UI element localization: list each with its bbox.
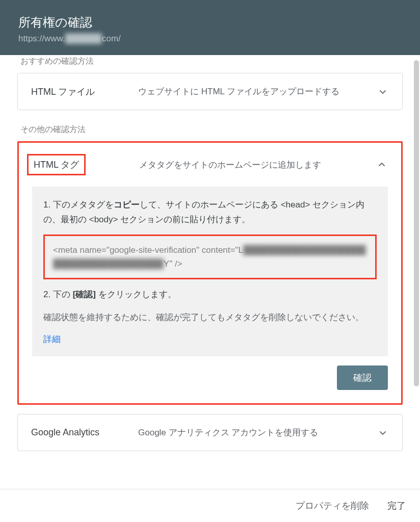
chevron-down-icon — [377, 427, 389, 439]
confirm-button-wrap: 確認 — [19, 356, 401, 390]
section-recommended-label: おすすめの確認方法 — [20, 56, 400, 67]
section-other-label: その他の確認方法 — [20, 124, 400, 135]
method-html-tag-expanded: 1. 下のメタタグをコピーして、サイトのホームページにある <head> セクシ… — [32, 187, 388, 356]
modal-footer: プロパティを削除 完了 — [0, 489, 420, 522]
done-button[interactable]: 完了 — [387, 500, 406, 512]
step-2: 2. 下の [確認] をクリックします。 — [43, 288, 377, 302]
modal-header: 所有権の確認 https://www.██████com/ — [0, 0, 420, 55]
retention-note: 確認状態を維持するために、確認が完了してもメタタグを削除しないでください。 — [43, 310, 377, 325]
chevron-up-icon — [376, 159, 388, 171]
method-html-tag-title: HTML タグ — [27, 154, 86, 175]
method-analytics-card: Google Analytics Google アナリティクス アカウントを使用… — [17, 414, 403, 451]
delete-property-button[interactable]: プロパティを削除 — [296, 500, 369, 512]
details-link[interactable]: 詳細 — [43, 333, 61, 345]
scrollbar[interactable] — [414, 60, 419, 386]
method-html-file-title: HTML ファイル — [31, 86, 138, 98]
confirm-button[interactable]: 確認 — [337, 366, 388, 390]
verification-modal: 所有権の確認 https://www.██████com/ おすすめの確認方法 … — [0, 0, 420, 522]
method-html-file-desc: ウェブサイトに HTML ファイルをアップロードする — [138, 85, 377, 98]
method-html-file-card: HTML ファイル ウェブサイトに HTML ファイルをアップロードする — [17, 73, 403, 110]
method-analytics-row[interactable]: Google Analytics Google アナリティクス アカウントを使用… — [18, 414, 402, 451]
chevron-down-icon — [377, 86, 389, 98]
method-html-tag-title-wrap: HTML タグ — [32, 154, 139, 175]
modal-title: 所有権の確認 — [18, 14, 402, 31]
method-html-tag-row[interactable]: HTML タグ メタタグをサイトのホームページに追加します — [19, 143, 401, 184]
method-html-tag-desc: メタタグをサイトのホームページに追加します — [139, 158, 376, 172]
modal-body[interactable]: おすすめの確認方法 HTML ファイル ウェブサイトに HTML ファイルをアッ… — [0, 55, 420, 489]
property-url: https://www.██████com/ — [18, 34, 402, 44]
method-analytics-desc: Google アナリティクス アカウントを使用する — [138, 426, 377, 439]
step-1: 1. 下のメタタグをコピーして、サイトのホームページにある <head> セクシ… — [43, 198, 377, 227]
method-analytics-title: Google Analytics — [31, 427, 138, 438]
method-html-file-row[interactable]: HTML ファイル ウェブサイトに HTML ファイルをアップロードする — [18, 73, 402, 110]
method-html-tag-card: HTML タグ メタタグをサイトのホームページに追加します 1. 下のメタタグを… — [17, 141, 403, 405]
meta-tag-code[interactable]: <meta name="google-site-verification" co… — [43, 234, 377, 279]
